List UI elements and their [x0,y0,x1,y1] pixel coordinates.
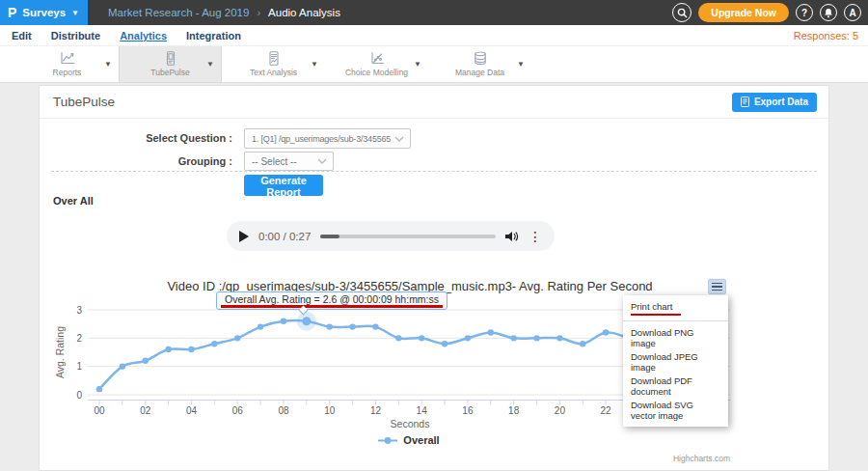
toolbar-item-manage-data[interactable]: Manage Data ▼ [428,46,531,82]
breadcrumb-separator-icon: › [257,7,260,18]
svg-text:08: 08 [278,405,289,416]
menu-item-download-jpeg[interactable]: Download JPEG image [623,349,728,374]
help-button[interactable]: ? [796,4,813,21]
select-question-label: Select Question : [59,128,232,149]
menu-item-download-svg[interactable]: Download SVG vector image [623,398,728,422]
tubepulse-icon [162,51,179,66]
chart-legend[interactable]: Overall [40,434,778,446]
menu-item-integration[interactable]: Integration [186,30,241,42]
tubepulse-panel: TubePulse Export Data Select Question : … [39,85,829,471]
product-label: Surveys [22,7,66,18]
svg-text:14: 14 [417,405,428,416]
svg-text:00: 00 [94,405,105,416]
bell-icon [824,8,833,18]
menu-divider [623,320,728,321]
toolbar-label: Choice Modelling [345,68,408,77]
legend-label-overall: Overall [403,434,439,446]
svg-text:04: 04 [186,405,198,416]
panel-title: TubePulse [53,95,115,109]
survey-menubar: Edit Distribute Analytics Integration Re… [0,25,868,46]
export-data-label: Export Data [754,97,808,107]
svg-text:22: 22 [601,405,612,416]
svg-text:10: 10 [324,405,336,416]
player-more-options-icon[interactable]: ⋮ [529,230,542,243]
notifications-button[interactable] [820,4,837,21]
toolbar-label: Reports [53,68,82,77]
audio-player: 0:00 / 0:27 ⋮ [227,221,555,251]
generate-report-button[interactable]: Generate Report [244,175,323,196]
svg-text:02: 02 [140,405,151,416]
chart-tooltip: Overall Avg. Rating = 2.6 @ 00:00:09 hh:… [216,291,448,310]
toolbar-item-text-analysis[interactable]: Text Analysis ▼ [222,46,325,82]
breadcrumb: Market Research - Aug 2019 › Audio Analy… [108,7,340,18]
account-avatar[interactable]: A [844,4,861,21]
caret-down-icon[interactable]: ▼ [206,60,214,69]
menu-item-edit[interactable]: Edit [12,30,32,42]
choice-modelling-icon [368,51,386,66]
volume-icon[interactable] [505,231,519,242]
app-screen: P Surveys ▼ Market Research - Aug 2019 ›… [0,0,868,471]
svg-text:Avg. Rating: Avg. Rating [54,326,66,378]
svg-text:18: 18 [508,405,520,416]
upgrade-now-button[interactable]: Upgrade Now [698,3,789,22]
panel-header: TubePulse Export Data [40,86,828,119]
export-data-button[interactable]: Export Data [732,93,817,112]
caret-down-icon: ▼ [71,9,79,17]
player-played-track [320,235,339,238]
menu-item-print-chart[interactable]: Print chart [623,299,728,313]
breadcrumb-page: Audio Analysis [268,7,340,18]
player-time: 0:00 / 0:27 [258,231,311,242]
caret-down-icon[interactable]: ▼ [414,60,421,69]
svg-text:2: 2 [76,333,82,344]
grouping-select-value: -- Select -- [252,156,297,167]
top-navigation-bar: P Surveys ▼ Market Research - Aug 2019 ›… [0,0,868,25]
surveys-product-switcher[interactable]: P Surveys ▼ [0,0,88,25]
line-chart-icon [59,51,76,66]
chevron-down-icon [317,158,327,164]
breadcrumb-project[interactable]: Market Research - Aug 2019 [108,7,249,18]
menu-item-download-pdf[interactable]: Download PDF document [623,374,728,398]
search-button[interactable] [672,3,692,22]
menu-item-download-png[interactable]: Download PNG image [623,325,728,349]
chart-container: Video ID :/qp_userimages/sub-3/3455655/S… [40,262,828,471]
toolbar-item-reports[interactable]: Reports ▼ [15,46,119,82]
question-select-value: 1. [Q1] /qp_userimages/sub-3/3455655/S..… [252,134,391,144]
toolbar-item-tubepulse[interactable]: TubePulse ▼ [119,46,222,82]
text-analysis-icon [265,51,283,66]
player-seek-bar[interactable] [320,235,496,238]
menu-item-distribute[interactable]: Distribute [51,30,100,42]
document-icon [741,97,749,107]
toolbar-label: TubePulse [150,68,189,77]
svg-text:Seconds: Seconds [391,418,430,429]
svg-text:3: 3 [76,305,82,316]
print-chart-red-underline [631,314,681,316]
caret-down-icon[interactable]: ▼ [517,60,525,69]
analytics-toolbar: Reports ▼ TubePulse ▼ Text Analysis ▼ Ch… [0,46,868,83]
svg-text:12: 12 [370,405,382,416]
chart-context-menu-button[interactable] [708,279,726,294]
chart-tooltip-text: Overall Avg. Rating = 2.6 @ 00:00:09 hh:… [225,293,439,305]
svg-text:1: 1 [76,361,82,372]
svg-text:20: 20 [555,405,566,416]
menu-item-analytics[interactable]: Analytics [120,30,167,42]
chart-export-menu: Print chart Download PNG image Download … [623,295,728,427]
toolbar-label: Text Analysis [250,68,297,77]
grouping-select[interactable]: -- Select -- [244,152,334,171]
svg-text:0: 0 [76,390,82,401]
toolbar-item-choice-modelling[interactable]: Choice Modelling ▼ [325,46,428,82]
svg-text:06: 06 [232,405,244,416]
chevron-down-icon [394,136,404,142]
questionpro-logo: P [8,5,16,20]
responses-count[interactable]: Responses: 5 [794,30,858,42]
caret-down-icon[interactable]: ▼ [311,60,318,69]
highcharts-credit[interactable]: Highcharts.com [673,454,730,463]
search-icon [677,8,688,18]
caret-down-icon[interactable]: ▼ [104,60,112,69]
play-icon[interactable] [239,231,249,242]
section-label-overall: Over All [53,195,94,207]
grouping-label: Grouping : [59,152,232,171]
database-icon [472,51,489,66]
tooltip-red-underline [221,305,443,308]
topbar-actions: Upgrade Now ? A [672,0,861,25]
question-select[interactable]: 1. [Q1] /qp_userimages/sub-3/3455655/S..… [244,128,411,149]
